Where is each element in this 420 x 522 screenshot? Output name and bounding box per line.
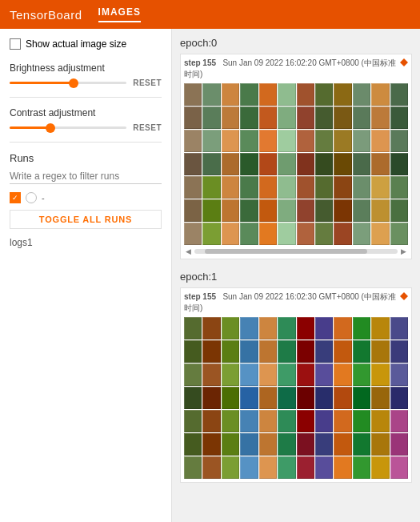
epoch1-pin-icon[interactable] (400, 292, 408, 300)
image-cell[interactable] (371, 387, 389, 409)
image-cell[interactable] (297, 223, 314, 245)
image-cell[interactable] (390, 83, 408, 106)
image-cell[interactable] (334, 153, 351, 175)
image-cell[interactable] (390, 130, 408, 152)
image-cell[interactable] (278, 410, 295, 432)
image-cell[interactable] (202, 176, 220, 199)
contrast-thumb[interactable] (46, 123, 55, 133)
contrast-reset-button[interactable]: RESET (133, 123, 162, 132)
image-cell[interactable] (278, 363, 295, 386)
image-cell[interactable] (334, 340, 351, 363)
image-cell[interactable] (202, 223, 220, 245)
image-cell[interactable] (390, 456, 408, 479)
image-cell[interactable] (390, 410, 408, 432)
image-cell[interactable] (315, 456, 333, 479)
image-cell[interactable] (222, 153, 239, 175)
image-cell[interactable] (371, 223, 389, 245)
image-cell[interactable] (184, 106, 202, 129)
image-cell[interactable] (240, 317, 258, 339)
image-cell[interactable] (202, 387, 220, 409)
image-cell[interactable] (371, 456, 389, 479)
image-cell[interactable] (353, 387, 370, 409)
scroll-thumb[interactable] (205, 249, 367, 254)
image-cell[interactable] (297, 199, 314, 222)
image-cell[interactable] (240, 153, 258, 175)
image-cell[interactable] (222, 83, 239, 106)
image-cell[interactable] (297, 387, 314, 409)
image-cell[interactable] (315, 176, 333, 199)
image-cell[interactable] (353, 363, 370, 386)
image-cell[interactable] (371, 340, 389, 363)
image-cell[interactable] (259, 387, 277, 409)
image-cell[interactable] (390, 106, 408, 129)
image-cell[interactable] (353, 83, 370, 106)
image-cell[interactable] (259, 153, 277, 175)
image-cell[interactable] (371, 363, 389, 386)
image-cell[interactable] (371, 106, 389, 129)
image-cell[interactable] (184, 317, 202, 339)
image-cell[interactable] (240, 363, 258, 386)
image-cell[interactable] (184, 153, 202, 175)
image-cell[interactable] (278, 130, 295, 152)
image-cell[interactable] (259, 340, 277, 363)
scroll-right-icon[interactable]: ▶ (399, 247, 408, 255)
image-cell[interactable] (371, 199, 389, 222)
image-cell[interactable] (353, 410, 370, 432)
image-cell[interactable] (297, 340, 314, 363)
image-cell[interactable] (390, 317, 408, 339)
image-cell[interactable] (222, 223, 239, 245)
image-cell[interactable] (353, 130, 370, 152)
image-cell[interactable] (240, 456, 258, 479)
image-cell[interactable] (278, 387, 295, 409)
image-cell[interactable] (334, 83, 351, 106)
image-cell[interactable] (240, 176, 258, 199)
image-cell[interactable] (297, 456, 314, 479)
image-cell[interactable] (390, 433, 408, 456)
image-cell[interactable] (222, 340, 239, 363)
image-cell[interactable] (297, 176, 314, 199)
image-cell[interactable] (315, 317, 333, 339)
image-cell[interactable] (240, 433, 258, 456)
epoch0-pin-icon[interactable] (400, 58, 408, 66)
image-cell[interactable] (184, 363, 202, 386)
image-cell[interactable] (259, 176, 277, 199)
image-cell[interactable] (278, 340, 295, 363)
image-cell[interactable] (371, 317, 389, 339)
image-cell[interactable] (390, 223, 408, 245)
brightness-reset-button[interactable]: RESET (133, 78, 162, 87)
image-cell[interactable] (240, 340, 258, 363)
image-cell[interactable] (315, 340, 333, 363)
toggle-all-button[interactable]: TOGGLE ALL RUNS (10, 210, 162, 229)
image-cell[interactable] (315, 106, 333, 129)
image-cell[interactable] (371, 130, 389, 152)
image-cell[interactable] (240, 106, 258, 129)
image-cell[interactable] (353, 456, 370, 479)
image-cell[interactable] (184, 199, 202, 222)
brightness-track[interactable] (10, 82, 126, 84)
image-cell[interactable] (184, 410, 202, 432)
image-cell[interactable] (315, 363, 333, 386)
image-cell[interactable] (259, 83, 277, 106)
image-cell[interactable] (315, 410, 333, 432)
image-cell[interactable] (297, 317, 314, 339)
image-cell[interactable] (278, 106, 295, 129)
image-cell[interactable] (315, 130, 333, 152)
image-cell[interactable] (278, 199, 295, 222)
image-cell[interactable] (259, 433, 277, 456)
images-tab[interactable]: IMAGES (98, 6, 141, 22)
image-cell[interactable] (334, 387, 351, 409)
image-cell[interactable] (184, 387, 202, 409)
image-cell[interactable] (334, 223, 351, 245)
image-cell[interactable] (278, 317, 295, 339)
image-cell[interactable] (184, 456, 202, 479)
image-cell[interactable] (390, 153, 408, 175)
image-cell[interactable] (297, 363, 314, 386)
image-cell[interactable] (371, 433, 389, 456)
image-cell[interactable] (353, 317, 370, 339)
run-checkbox[interactable] (10, 192, 21, 203)
contrast-track[interactable] (10, 126, 126, 129)
image-cell[interactable] (259, 106, 277, 129)
image-cell[interactable] (184, 340, 202, 363)
image-cell[interactable] (222, 363, 239, 386)
image-cell[interactable] (315, 199, 333, 222)
